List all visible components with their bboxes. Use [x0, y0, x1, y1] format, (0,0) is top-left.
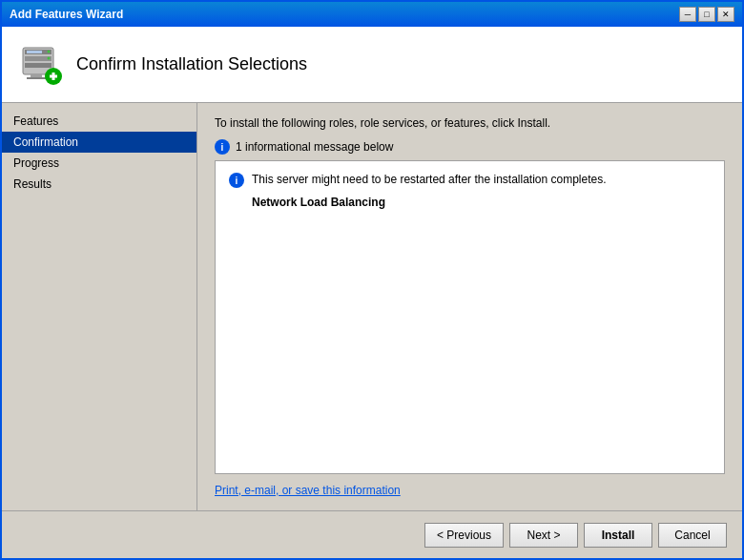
- footer: < Previous Next > Install Cancel: [2, 510, 742, 558]
- svg-rect-12: [52, 73, 55, 80]
- message-row-restart: i This server might need to be restarted…: [229, 173, 711, 188]
- message-box: i This server might need to be restarted…: [215, 160, 725, 474]
- save-link[interactable]: Print, e-mail, or save this information: [215, 484, 725, 497]
- cancel-button[interactable]: Cancel: [658, 523, 727, 548]
- minimize-button[interactable]: ─: [679, 7, 696, 22]
- close-button[interactable]: ✕: [717, 7, 734, 22]
- restart-message: This server might need to be restarted a…: [252, 173, 607, 186]
- title-controls: ─ □ ✕: [679, 7, 734, 22]
- wizard-icon: [17, 42, 63, 88]
- info-icon-small: i: [229, 173, 244, 188]
- install-button[interactable]: Install: [584, 523, 652, 548]
- header-area: Confirm Installation Selections: [2, 27, 742, 103]
- instruction-text: To install the following roles, role ser…: [215, 116, 725, 130]
- content-area: To install the following roles, role ser…: [197, 103, 742, 510]
- next-button[interactable]: Next >: [509, 523, 578, 548]
- title-bar: Add Features Wizard ─ □ ✕: [2, 2, 742, 27]
- info-banner-text: 1 informational message below: [236, 140, 393, 154]
- svg-rect-9: [27, 77, 46, 79]
- svg-point-5: [48, 50, 51, 52]
- wizard-window: Add Features Wizard ─ □ ✕: [0, 0, 744, 560]
- sidebar-item-features[interactable]: Features: [2, 111, 196, 132]
- svg-rect-8: [31, 74, 42, 77]
- window-title: Add Features Wizard: [10, 8, 123, 21]
- header-title: Confirm Installation Selections: [76, 54, 307, 74]
- previous-button[interactable]: < Previous: [424, 523, 504, 548]
- svg-rect-4: [27, 51, 42, 53]
- svg-point-6: [48, 56, 51, 59]
- maximize-button[interactable]: □: [698, 7, 715, 22]
- sidebar-item-confirmation[interactable]: Confirmation: [2, 132, 196, 153]
- info-icon: i: [215, 139, 230, 155]
- info-banner: i 1 informational message below: [215, 139, 725, 155]
- feature-name: Network Load Balancing: [252, 196, 711, 209]
- sidebar-item-results[interactable]: Results: [2, 174, 196, 195]
- svg-point-7: [48, 63, 51, 66]
- sidebar-item-progress[interactable]: Progress: [2, 153, 196, 174]
- main-content: Features Confirmation Progress Results T…: [2, 103, 742, 510]
- sidebar: Features Confirmation Progress Results: [2, 103, 197, 510]
